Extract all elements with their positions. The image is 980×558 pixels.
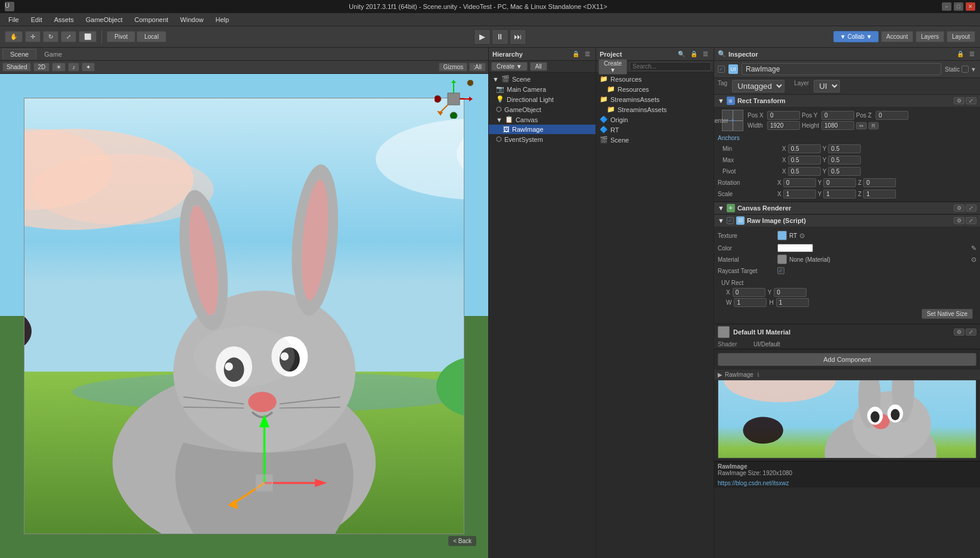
project-search-icon[interactable]: 🔍 — [676, 50, 687, 58]
scale-y[interactable] — [823, 190, 856, 199]
lighting-button[interactable]: ☀ — [52, 63, 66, 72]
step-button[interactable]: ⏭ — [510, 29, 526, 45]
pause-button[interactable]: ⏸ — [492, 29, 508, 45]
raycast-checkbox[interactable]: ✓ — [777, 267, 784, 274]
hier-directional-light[interactable]: 💡 Directional Light — [489, 94, 596, 104]
menu-window[interactable]: Window — [174, 15, 209, 24]
uv-x[interactable] — [733, 288, 765, 297]
hier-scene[interactable]: ▼ 🎬 Scene — [489, 74, 596, 84]
height-field[interactable] — [821, 121, 854, 130]
all-button[interactable]: All — [530, 62, 547, 71]
anchor-max-x[interactable] — [788, 156, 821, 165]
anchor-max-y[interactable] — [828, 156, 861, 165]
inspector-menu-icon[interactable]: ☰ — [967, 50, 976, 58]
scale-x[interactable] — [783, 190, 816, 199]
collab-button[interactable]: ▼ Collab ▼ — [833, 31, 879, 42]
layer-dropdown[interactable]: UI — [814, 80, 840, 92]
uv-w[interactable] — [734, 298, 767, 307]
project-create-button[interactable]: Create ▼ — [598, 59, 627, 75]
play-button[interactable]: ▶ — [474, 29, 491, 45]
layout-dropdown[interactable]: Layout — [947, 31, 975, 42]
uv-h[interactable] — [776, 298, 809, 307]
canvas-renderer-header[interactable]: ▼ 👁 Canvas Renderer ⚙ ⤢ — [714, 202, 980, 214]
game-tab[interactable]: Game — [36, 49, 70, 60]
rot-z[interactable] — [863, 178, 896, 187]
audio-button[interactable]: ♪ — [68, 63, 79, 72]
canvas-renderer-settings-icon[interactable]: ⚙ — [954, 204, 965, 212]
menu-gameobject[interactable]: GameObject — [80, 15, 129, 24]
pos-y-field[interactable] — [821, 111, 854, 120]
hier-rawimage[interactable]: 🖼 RawImage — [489, 125, 596, 134]
proj-resources-root[interactable]: 📁 Resources — [596, 74, 714, 84]
2d-button[interactable]: 2D — [33, 63, 49, 72]
create-button[interactable]: Create ▼ — [491, 62, 528, 71]
project-search-input[interactable] — [629, 62, 711, 71]
default-ui-material-header[interactable]: Default UI Material ⚙ ⤢ — [714, 324, 980, 340]
menu-component[interactable]: Component — [128, 15, 174, 24]
static-checkbox[interactable] — [962, 66, 969, 73]
inspector-lock-icon[interactable]: 🔒 — [955, 50, 966, 58]
width-field[interactable] — [767, 121, 800, 130]
menu-assets[interactable]: Assets — [48, 15, 80, 24]
raw-image-enabled-checkbox[interactable]: ✓ — [727, 217, 734, 224]
hierarchy-lock-icon[interactable]: 🔒 — [570, 50, 581, 58]
scale-tool-button[interactable]: ⤢ — [61, 31, 76, 42]
close-button[interactable]: ✕ — [966, 2, 975, 11]
hier-gameobject[interactable]: ⬡ GameObject — [489, 104, 596, 114]
default-ui-expand-btn[interactable]: ⤢ — [966, 328, 976, 336]
local-button[interactable]: Local — [137, 31, 166, 42]
color-picker-icon[interactable]: ✎ — [971, 244, 976, 252]
back-button[interactable]: < Back — [448, 536, 476, 546]
hierarchy-menu-icon[interactable]: ☰ — [583, 50, 592, 58]
pivot-y[interactable] — [828, 167, 861, 176]
gizmo-widget[interactable] — [435, 80, 473, 119]
proj-streaming-sub[interactable]: 📁 StreaminsAssets — [596, 104, 714, 114]
fx-button[interactable]: ✦ — [82, 63, 95, 72]
rect-tool-button[interactable]: ⬜ — [79, 31, 97, 42]
object-name-field[interactable] — [742, 63, 941, 75]
constrain-btn[interactable]: ⇔ — [856, 122, 867, 129]
scale-z[interactable] — [863, 190, 896, 199]
canvas-renderer-expand-btn[interactable]: ⤢ — [966, 204, 976, 212]
proj-rt[interactable]: 🔷 RT — [596, 125, 714, 135]
all-dropdown[interactable]: :All — [469, 63, 486, 72]
menu-file[interactable]: File — [2, 15, 25, 24]
raw-image-header[interactable]: ▼ ✓ 🖼 Raw Image (Script) ⚙ ⤢ — [714, 215, 980, 227]
color-preview[interactable] — [777, 244, 813, 252]
layers-dropdown[interactable]: Layers — [916, 31, 944, 42]
url-link[interactable]: https://blog.csdn.net/itsxwz — [718, 480, 789, 486]
uv-y[interactable] — [774, 288, 807, 297]
pivot-x[interactable] — [788, 167, 821, 176]
rect-transform-header[interactable]: ▼ ⊞ Rect Transform ⚙ ⤢ — [714, 95, 980, 107]
rect-transform-settings-icon[interactable]: ⚙ — [954, 97, 965, 104]
object-active-checkbox[interactable]: ✓ — [718, 66, 725, 73]
anchors-label[interactable]: Anchors — [718, 135, 740, 141]
rot-x[interactable] — [783, 178, 816, 187]
raw-image-settings-icon[interactable]: ⚙ — [954, 217, 965, 224]
texture-picker-icon[interactable]: ⊙ — [799, 232, 805, 240]
constrain-btn2[interactable]: R — [869, 122, 879, 129]
scene-tab[interactable]: Scene — [2, 49, 36, 60]
scene-viewport[interactable]: < Back — [0, 74, 488, 558]
proj-origin[interactable]: 🔷 Origin — [596, 114, 714, 125]
account-dropdown[interactable]: Account — [881, 31, 913, 42]
anchor-picker[interactable]: center — [722, 110, 743, 131]
material-picker-icon[interactable]: ⊙ — [971, 256, 976, 264]
rect-transform-expand-btn[interactable]: ⤢ — [966, 97, 976, 104]
minimize-button[interactable]: − — [942, 2, 951, 11]
hier-canvas[interactable]: ▼ 📋 Canvas — [489, 114, 596, 125]
pivot-button[interactable]: Pivot — [107, 31, 135, 42]
pos-z-field[interactable] — [876, 111, 908, 120]
set-native-size-button[interactable]: Set Native Size — [922, 309, 973, 319]
gizmos-dropdown[interactable]: Gizmos — [439, 63, 467, 72]
anchor-min-x[interactable] — [788, 144, 821, 153]
proj-scene[interactable]: 🎬 Scene — [596, 135, 714, 145]
rotate-tool-button[interactable]: ↻ — [43, 31, 58, 42]
project-menu-icon[interactable]: ☰ — [701, 50, 710, 58]
raw-image-expand-btn[interactable]: ⤢ — [966, 217, 976, 224]
shading-dropdown[interactable]: Shaded — [2, 63, 31, 72]
maximize-button[interactable]: □ — [954, 2, 963, 11]
add-component-button[interactable]: Add Component — [718, 353, 976, 366]
hier-main-camera[interactable]: 📷 Main Camera — [489, 84, 596, 94]
static-arrow-icon[interactable]: ▼ — [970, 66, 976, 73]
